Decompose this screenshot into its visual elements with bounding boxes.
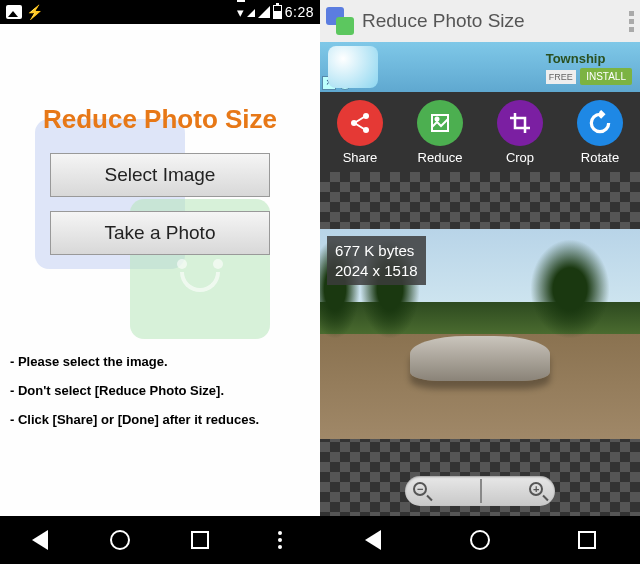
nav-recent-button[interactable] bbox=[575, 528, 599, 552]
ad-banner[interactable]: × i Township FREE INSTALL bbox=[320, 42, 640, 92]
bg-face bbox=[165, 254, 235, 304]
reduce-button[interactable]: Reduce bbox=[417, 100, 463, 165]
crop-icon bbox=[497, 100, 543, 146]
nav-home-button[interactable] bbox=[108, 528, 132, 552]
ad-app-name: Township bbox=[546, 51, 632, 66]
nav-recent-button[interactable] bbox=[188, 528, 212, 552]
app-title: Reduce Photo Size bbox=[0, 104, 320, 135]
instructions: - Please select the image. - Don't selec… bbox=[10, 354, 259, 441]
instruction-line: - Please select the image. bbox=[10, 354, 259, 369]
image-canvas[interactable]: 677 K bytes 2024 x 1518 − + bbox=[320, 172, 640, 516]
share-button[interactable]: Share bbox=[337, 100, 383, 165]
navbar bbox=[320, 516, 640, 564]
nav-back-button[interactable] bbox=[28, 528, 52, 552]
image-info: 677 K bytes 2024 x 1518 bbox=[327, 236, 426, 285]
image-dimensions: 2024 x 1518 bbox=[335, 261, 418, 281]
ad-install-button[interactable]: INSTALL bbox=[580, 68, 632, 85]
share-label: Share bbox=[343, 150, 378, 165]
flash-icon: ⚡ bbox=[26, 4, 43, 20]
signal-icon bbox=[247, 9, 255, 17]
share-icon bbox=[337, 100, 383, 146]
zoom-control[interactable]: − + bbox=[405, 476, 555, 506]
ad-free-label: FREE bbox=[546, 70, 576, 84]
svg-rect-3 bbox=[432, 115, 448, 131]
gallery-icon bbox=[6, 5, 22, 19]
overflow-menu-button[interactable] bbox=[629, 11, 634, 32]
titlebar: Reduce Photo Size bbox=[320, 0, 640, 42]
zoom-out-button[interactable]: − bbox=[413, 482, 431, 500]
rotate-button[interactable]: Rotate bbox=[577, 100, 623, 165]
nav-menu-button[interactable] bbox=[268, 528, 292, 552]
ad-thumbnail bbox=[328, 46, 378, 88]
nav-home-button[interactable] bbox=[468, 528, 492, 552]
reduce-icon bbox=[417, 100, 463, 146]
instruction-line: - Don't select [Reduce Photo Size]. bbox=[10, 383, 259, 398]
wifi-icon: ▾ bbox=[237, 5, 244, 20]
nav-back-button[interactable] bbox=[361, 528, 385, 552]
rotate-label: Rotate bbox=[581, 150, 619, 165]
app-icon bbox=[326, 7, 354, 35]
reduce-label: Reduce bbox=[418, 150, 463, 165]
titlebar-text: Reduce Photo Size bbox=[362, 10, 525, 32]
navbar bbox=[0, 516, 320, 564]
crop-button[interactable]: Crop bbox=[497, 100, 543, 165]
action-bar: Share Reduce Crop Rotate bbox=[320, 92, 640, 172]
data-badge: R bbox=[237, 0, 245, 2]
clock: 6:28 bbox=[285, 4, 314, 20]
status-bar: ⚡ ▾ R 6:28 bbox=[0, 0, 320, 24]
crop-label: Crop bbox=[506, 150, 534, 165]
zoom-in-button[interactable]: + bbox=[529, 482, 547, 500]
select-image-button[interactable]: Select Image bbox=[50, 153, 270, 197]
svg-point-4 bbox=[436, 117, 439, 120]
take-photo-button[interactable]: Take a Photo bbox=[50, 211, 270, 255]
rotate-icon bbox=[577, 100, 623, 146]
instruction-line: - Click [Share] or [Done] after it reduc… bbox=[10, 412, 259, 427]
image-size: 677 K bytes bbox=[335, 241, 418, 261]
cell-icon bbox=[258, 6, 270, 18]
battery-icon bbox=[273, 5, 282, 19]
